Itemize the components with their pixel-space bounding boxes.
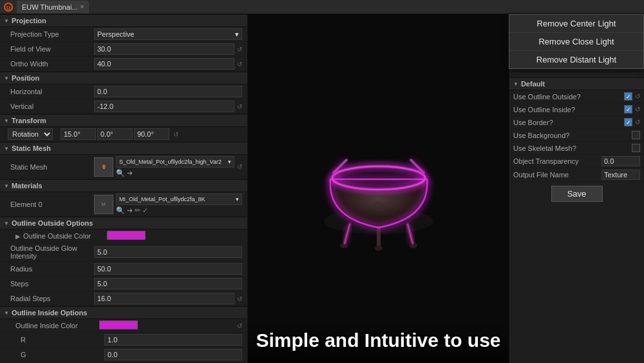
position-label: Position bbox=[12, 74, 39, 82]
use-skeletal-mesh-checkbox[interactable] bbox=[632, 144, 640, 152]
rotation-type-select[interactable]: Rotation bbox=[8, 128, 53, 140]
inside-r-input[interactable] bbox=[104, 334, 242, 346]
static-mesh-field-label: Static Mesh bbox=[10, 163, 94, 171]
mesh-arrow-icon[interactable]: ➜ bbox=[127, 169, 133, 177]
section-transform[interactable]: ▼ Transform bbox=[0, 114, 247, 127]
static-mesh-arrow-icon: ▼ bbox=[4, 146, 9, 152]
horizontal-input[interactable] bbox=[94, 86, 242, 97]
material-select[interactable]: MI_Old_Metal_Pot_ufllydc2fa_8K ▾ bbox=[116, 193, 242, 205]
section-outline-outside[interactable]: ▼ Outline Outside Options bbox=[0, 217, 247, 230]
output-file-name-input[interactable] bbox=[601, 170, 640, 180]
element0-row: Element 0 M MI_Old_Metal_Pot_ufllydc2fa_… bbox=[0, 192, 247, 217]
default-section-header[interactable]: ▼ Default bbox=[509, 77, 644, 90]
material-value-wrap: MI_Old_Metal_Pot_ufllydc2fa_8K ▾ 🔍 ➜ ✏ ✓ bbox=[116, 193, 242, 215]
inside-g-value bbox=[104, 349, 242, 360]
ortho-reset-btn[interactable]: ↺ bbox=[237, 61, 242, 68]
section-materials[interactable]: ▼ Materials bbox=[0, 179, 247, 192]
app-logo-icon: U bbox=[4, 3, 13, 12]
use-background-checkbox[interactable] bbox=[632, 131, 640, 139]
use-outline-inside-checkbox[interactable] bbox=[624, 105, 632, 113]
use-outline-inside-row: Use Outline Inside? ↺ bbox=[509, 103, 644, 116]
save-button[interactable]: Save bbox=[551, 186, 603, 202]
mesh-reset-btn[interactable]: ↺ bbox=[237, 163, 242, 170]
glow-intensity-outside-input[interactable] bbox=[94, 246, 242, 258]
steps-input[interactable] bbox=[94, 278, 242, 289]
use-outline-outside-reset[interactable]: ↺ bbox=[635, 93, 640, 100]
use-background-row: Use Background? bbox=[509, 129, 644, 142]
cauldron-preview: Simple and Intuitive to use bbox=[248, 14, 509, 363]
radial-steps-input[interactable] bbox=[94, 293, 234, 304]
mat-edit-icon[interactable]: ✏ bbox=[135, 206, 140, 215]
fov-input[interactable] bbox=[94, 43, 234, 55]
section-projection[interactable]: ▼ Projection bbox=[0, 14, 247, 27]
section-outline-inside[interactable]: ▼ Outline Inside Options bbox=[0, 306, 247, 319]
outline-outside-color-value bbox=[107, 231, 242, 241]
ortho-width-row: Ortho Width ↺ bbox=[0, 57, 247, 72]
preview-area: Simple and Intuitive to use bbox=[248, 14, 509, 363]
use-outline-inside-reset[interactable]: ↺ bbox=[635, 106, 640, 113]
element0-label: Element 0 bbox=[10, 201, 94, 208]
left-panel: ▼ Projection Projection Type Perspective… bbox=[0, 14, 248, 363]
output-file-name-value bbox=[601, 170, 640, 180]
use-border-reset[interactable]: ↺ bbox=[635, 119, 640, 126]
remove-close-light-btn[interactable]: Remove Close Light bbox=[509, 33, 643, 51]
cauldron-container bbox=[298, 108, 459, 270]
glow-intensity-outside-row: Outline Outside Glow Intensity bbox=[0, 243, 247, 262]
mat-arrow-icon[interactable]: ➜ bbox=[127, 206, 133, 215]
rotation-x-input[interactable] bbox=[61, 128, 96, 140]
radial-steps-value bbox=[94, 293, 234, 304]
use-background-value bbox=[632, 131, 640, 139]
use-outline-inside-label: Use Outline Inside? bbox=[513, 106, 624, 113]
remove-distant-light-btn[interactable]: Remove Distant Light bbox=[509, 51, 643, 68]
text-overlay: Simple and Intuitive to use bbox=[248, 322, 509, 363]
outline-outside-arrow-icon: ▼ bbox=[4, 221, 9, 226]
use-border-checkbox[interactable] bbox=[624, 118, 632, 126]
fov-label: Field of View bbox=[10, 45, 94, 53]
materials-label: Materials bbox=[12, 182, 43, 190]
rotation-label-wrap: Rotation bbox=[8, 128, 59, 140]
use-border-value: ↺ bbox=[624, 118, 640, 126]
remove-center-light-btn[interactable]: Remove Center Light bbox=[509, 15, 643, 33]
inside-g-input[interactable] bbox=[104, 349, 242, 360]
section-position[interactable]: ▼ Position bbox=[0, 72, 247, 84]
vertical-input[interactable] bbox=[94, 101, 234, 112]
mesh-value-wrap: S_Old_Metal_Pot_ufllydc2fa_high_Var2 ▾ 🔍… bbox=[116, 156, 234, 177]
object-transparency-input[interactable] bbox=[601, 156, 640, 166]
outline-outside-color-swatch[interactable] bbox=[107, 231, 146, 240]
title-bar: U EUW Thumbnai... × bbox=[0, 0, 644, 14]
static-mesh-row: Static Mesh 🏺 S_Old_Metal_Pot_ufllydc2fa… bbox=[0, 155, 247, 179]
mesh-name-select[interactable]: S_Old_Metal_Pot_ufllydc2fa_high_Var2 ▾ bbox=[116, 156, 234, 168]
rotation-reset-btn[interactable]: ↺ bbox=[173, 131, 178, 138]
vertical-reset-btn[interactable]: ↺ bbox=[237, 103, 242, 110]
outline-inside-color-swatch[interactable] bbox=[99, 320, 138, 329]
svg-text:U: U bbox=[6, 5, 11, 11]
radius-label: Radius bbox=[10, 265, 94, 273]
glow-intensity-outside-value bbox=[94, 246, 242, 258]
tab-close-btn[interactable]: × bbox=[80, 3, 84, 10]
radius-input[interactable] bbox=[94, 263, 242, 275]
materials-arrow-icon: ▼ bbox=[4, 183, 9, 189]
radius-value bbox=[94, 263, 242, 275]
mesh-browse-icon[interactable]: 🔍 bbox=[116, 169, 125, 177]
rotation-y-input[interactable] bbox=[97, 128, 133, 140]
projection-type-select[interactable]: Perspective ▾ bbox=[94, 28, 242, 40]
ortho-width-input[interactable] bbox=[94, 58, 234, 70]
outline-inside-color-label: Outline Inside Color bbox=[15, 322, 99, 329]
tab-label: EUW Thumbnai... bbox=[22, 3, 78, 11]
use-outline-outside-checkbox[interactable] bbox=[624, 92, 632, 101]
radial-steps-reset-btn[interactable]: ↺ bbox=[237, 295, 242, 302]
tab-euw-thumbnail[interactable]: EUW Thumbnai... × bbox=[17, 1, 89, 14]
mat-check-icon[interactable]: ✓ bbox=[142, 206, 148, 215]
fov-reset-btn[interactable]: ↺ bbox=[237, 46, 242, 53]
outline-inside-color-reset[interactable]: ↺ bbox=[237, 322, 242, 329]
static-mesh-label: Static Mesh bbox=[12, 144, 51, 152]
use-skeletal-mesh-row: Use Skeletal Mesh? bbox=[509, 142, 644, 155]
default-section-arrow: ▼ bbox=[513, 81, 518, 87]
default-section-label: Default bbox=[521, 80, 545, 88]
section-static-mesh[interactable]: ▼ Static Mesh bbox=[0, 142, 247, 155]
projection-type-label: Projection Type bbox=[10, 30, 94, 38]
mat-browse-icon[interactable]: 🔍 bbox=[116, 206, 125, 215]
inside-r-row: R bbox=[0, 333, 247, 348]
radial-steps-row: Radial Steps ↺ bbox=[0, 291, 247, 306]
rotation-z-input[interactable] bbox=[134, 128, 169, 140]
